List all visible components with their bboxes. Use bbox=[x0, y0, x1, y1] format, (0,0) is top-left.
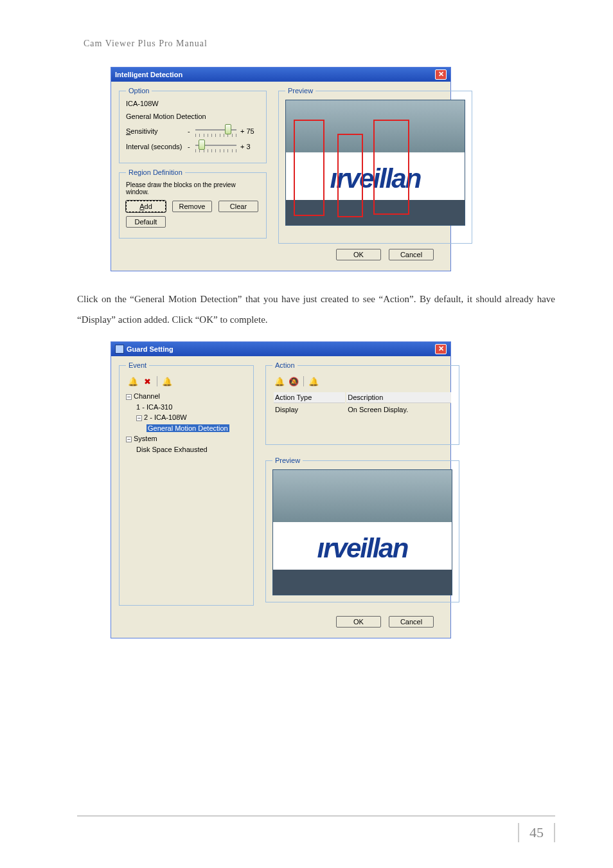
interval-label: Interval (seconds) bbox=[126, 143, 184, 150]
detection-mode: General Motion Detection bbox=[126, 113, 260, 120]
sensitivity-slider[interactable] bbox=[195, 125, 236, 137]
region-group: Region Definition Please draw the blocks… bbox=[119, 168, 267, 239]
action-toolbar: 🔔 🔕 🔔 bbox=[272, 374, 452, 391]
delete-event-icon[interactable]: ✖ bbox=[141, 375, 153, 387]
preview-image[interactable]: ırveillan bbox=[285, 100, 465, 226]
sensitivity-value: + 75 bbox=[240, 127, 260, 135]
page-number: 45 bbox=[518, 823, 555, 842]
event-toolbar: 🔔 ✖ 🔔 bbox=[126, 374, 247, 391]
add-button[interactable]: Add bbox=[126, 201, 166, 212]
event-legend: Event bbox=[126, 361, 149, 369]
action-group: Action 🔔 🔕 🔔 Action Type Description bbox=[265, 361, 459, 445]
intelligent-detection-dialog: Intelligent Detection ✕ Option ICA-108W … bbox=[111, 67, 451, 271]
preview-legend: Preview bbox=[272, 457, 303, 464]
page-header: Cam Viewer Plus Pro Manual bbox=[84, 39, 555, 49]
remove-button[interactable]: Remove bbox=[172, 201, 212, 212]
interval-slider[interactable] bbox=[195, 141, 236, 152]
delete-action-icon[interactable]: 🔕 bbox=[288, 375, 299, 387]
banner-text: ırveillan bbox=[330, 163, 421, 194]
region-legend: Region Definition bbox=[126, 168, 185, 176]
default-button[interactable]: Default bbox=[126, 216, 166, 228]
tree-item-gmd[interactable]: General Motion Detection bbox=[147, 424, 229, 432]
dialog-title: Intelligent Detection bbox=[115, 71, 182, 78]
app-icon bbox=[115, 345, 124, 354]
cancel-button[interactable]: Cancel bbox=[389, 616, 434, 628]
preview-group: Preview ırveillan bbox=[265, 457, 459, 602]
action-table: Action Type Description Display On Scree… bbox=[272, 391, 452, 416]
banner-text: ırveillan bbox=[317, 533, 408, 564]
sensitivity-label: Sensitivity bbox=[126, 127, 184, 135]
body-paragraph: Click on the “General Motion Detection” … bbox=[77, 289, 555, 330]
titlebar: Intelligent Detection ✕ bbox=[111, 68, 450, 82]
add-action-icon[interactable]: 🔔 bbox=[274, 375, 285, 387]
tree-collapse-icon[interactable]: − bbox=[136, 415, 142, 421]
config-action-icon[interactable]: 🔔 bbox=[308, 375, 319, 387]
option-group: Option ICA-108W General Motion Detection… bbox=[119, 87, 267, 163]
ok-button[interactable]: OK bbox=[336, 249, 381, 260]
device-name: ICA-108W bbox=[126, 100, 260, 107]
tree-item-system[interactable]: System bbox=[134, 435, 157, 442]
tree-item-disk[interactable]: Disk Space Exhausted bbox=[126, 444, 247, 455]
col-description[interactable]: Description bbox=[346, 392, 451, 403]
clear-button[interactable]: Clear bbox=[218, 201, 258, 212]
preview-group: Preview ırveillan bbox=[278, 87, 472, 244]
close-icon[interactable]: ✕ bbox=[435, 69, 447, 80]
cancel-button[interactable]: Cancel bbox=[389, 249, 434, 260]
titlebar: Guard Setting ✕ bbox=[111, 342, 450, 356]
event-group: Event 🔔 ✖ 🔔 −Channel 1 - ICA-310 −2 - IC… bbox=[119, 361, 254, 606]
event-tree[interactable]: −Channel 1 - ICA-310 −2 - ICA-108W Gener… bbox=[126, 391, 247, 455]
tree-collapse-icon[interactable]: − bbox=[126, 437, 132, 442]
tree-item-channel2[interactable]: 2 - ICA-108W bbox=[144, 413, 187, 421]
table-row[interactable]: Display On Screen Display. bbox=[274, 404, 451, 415]
ok-button[interactable]: OK bbox=[336, 616, 381, 628]
footer-divider bbox=[77, 815, 555, 817]
page-number-box: 45 bbox=[518, 823, 555, 842]
region-hint: Please draw the blocks on the preview wi… bbox=[126, 181, 260, 195]
col-action-type[interactable]: Action Type bbox=[274, 392, 345, 403]
tree-item-channel1[interactable]: 1 - ICA-310 bbox=[126, 402, 247, 413]
guard-setting-dialog: Guard Setting ✕ Event 🔔 ✖ 🔔 bbox=[111, 341, 451, 638]
preview-legend: Preview bbox=[285, 87, 315, 95]
refresh-event-icon[interactable]: 🔔 bbox=[161, 375, 173, 387]
add-event-icon[interactable]: 🔔 bbox=[127, 375, 139, 387]
option-legend: Option bbox=[126, 87, 152, 95]
action-legend: Action bbox=[272, 361, 298, 369]
interval-value: + 3 bbox=[240, 143, 260, 150]
preview-image: ırveillan bbox=[272, 469, 452, 595]
tree-collapse-icon[interactable]: − bbox=[126, 394, 132, 400]
close-icon[interactable]: ✕ bbox=[435, 344, 447, 354]
dialog-title: Guard Setting bbox=[127, 345, 173, 353]
